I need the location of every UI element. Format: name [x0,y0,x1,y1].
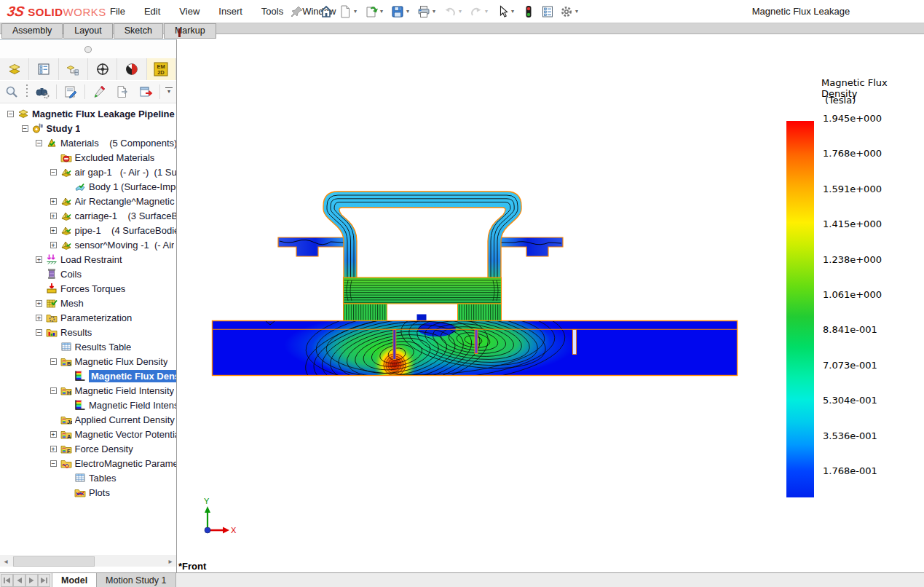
tree-item-26[interactable]: −Plots [0,485,176,500]
bottom-tab-model[interactable]: Model [52,573,97,587]
solidworks-logo: 3SSOLIDWORKS [7,4,106,19]
expander-plus-icon[interactable]: + [36,256,42,263]
tree-item-1[interactable]: −Study 1 [0,121,176,135]
tree-item-3[interactable]: −Excluded Materials [0,150,176,165]
tree-item-7[interactable]: +carriage-1 (3 SurfaceBo [0,208,176,223]
measure-pen-icon[interactable] [92,84,106,99]
menu-edit[interactable]: Edit [135,0,170,23]
panel-collapse-handle[interactable] [0,39,176,59]
tree-item-11[interactable]: −Coils [0,267,176,281]
pin-menu-icon[interactable] [290,4,304,19]
menu-insert[interactable]: Insert [209,0,252,23]
expander-minus-icon[interactable]: − [50,358,57,365]
save-icon[interactable]: ▾ [389,3,414,20]
expander-minus-icon[interactable]: − [50,387,57,394]
carriage-brackets [278,237,563,256]
feature-manager-icon[interactable] [0,58,29,80]
print-icon[interactable]: ▾ [415,3,440,20]
first-frame-icon[interactable] [1,574,13,587]
report-icon[interactable] [115,84,130,99]
tree-item-21[interactable]: −JaApplied Current Density [0,412,176,427]
tab-layout[interactable]: Layout [63,23,113,39]
expander-minus-icon[interactable]: − [22,125,28,132]
configuration-manager-icon[interactable] [59,58,88,80]
results-folder-icon [46,326,60,338]
open-icon[interactable]: ▾ [363,3,387,20]
ems-2d-icon[interactable]: EM2D [147,58,176,80]
options-icon[interactable]: ▾ [558,3,583,20]
expander-minus-icon[interactable]: − [7,111,14,117]
tree-item-6[interactable]: +Air Rectangle^Magnetic F [0,194,176,208]
tree-item-25[interactable]: −Tables [0,470,176,485]
tab-sketch[interactable]: Sketch [114,23,163,39]
tab-assembly[interactable]: Assembly [1,23,63,39]
last-frame-icon[interactable] [38,574,50,587]
tree-item-0[interactable]: −Magnetic Flux Leakage Pipeline Cr [0,106,176,121]
tree-item-24[interactable]: −ElectroMagnetic Paramete [0,456,176,470]
toolbar-overflow-icon[interactable]: ▾ [165,87,173,94]
menu-file[interactable]: File [100,0,135,23]
tree-item-13[interactable]: +Mesh [0,296,176,310]
expander-minus-icon[interactable]: − [50,460,57,467]
panel-horizontal-scrollbar[interactable]: ◂ ▸ [0,555,176,567]
tree-item-4[interactable]: −air gap-1 (- Air -) (1 Surf [0,165,176,179]
tree-item-14[interactable]: +Parameterization [0,310,176,325]
part-icon [60,166,75,178]
expander-minus-icon[interactable]: − [36,329,42,336]
scroll-right-icon[interactable]: ▸ [165,555,176,567]
display-manager-icon[interactable] [88,58,117,80]
tree-item-20[interactable]: −Magnetic Field Intensi [0,398,176,412]
search-icon[interactable] [4,84,19,99]
tab-markup[interactable]: Markup [164,23,216,39]
tree-item-12[interactable]: −Forces Torques [0,281,176,296]
tree-item-16[interactable]: −Results Table [0,339,176,354]
expander-plus-icon[interactable]: + [50,446,57,452]
tree-item-10[interactable]: +Load Restraint [0,252,176,267]
select-icon[interactable]: ▾ [494,3,518,20]
expander-plus-icon[interactable]: + [36,300,42,307]
tree-item-label: Magnetic Flux Density [75,356,168,367]
previous-frame-icon[interactable] [13,574,25,587]
menu-view[interactable]: View [170,0,209,23]
expander-plus-icon[interactable]: + [50,227,57,234]
rebuild-icon[interactable] [520,3,537,20]
menu-tools[interactable]: Tools [252,0,293,23]
home-icon[interactable] [317,3,335,20]
tree-item-17[interactable]: −BMagnetic Flux Density [0,354,176,369]
export-icon[interactable] [138,84,153,99]
tree-item-23[interactable]: +FForce Density [0,441,176,456]
tree-item-5[interactable]: −Body 1 (Surface-Impor [0,179,176,194]
toolbar-drag-handle[interactable] [25,84,28,99]
legend-value: 1.415e+000 [823,218,882,229]
redo-icon[interactable]: ▾ [467,3,492,20]
expander-plus-icon[interactable]: + [50,213,57,219]
undo-icon[interactable]: ▾ [441,3,466,20]
tree-item-19[interactable]: −HMagnetic Field Intensity [0,383,176,398]
expander-plus-icon[interactable]: + [50,431,57,438]
tree-item-2[interactable]: −Materials (5 Components) [0,135,176,150]
edit-study-icon[interactable] [63,84,78,99]
expander-minus-icon[interactable]: − [36,140,42,146]
new-document-icon[interactable]: ▾ [336,3,361,20]
expander-minus-icon[interactable]: − [50,169,57,176]
scrollbar-track[interactable] [12,555,165,567]
expander-plus-icon[interactable]: + [36,315,42,321]
tree-item-label: Force Density [75,444,133,454]
tree-item-18[interactable]: −Magnetic Flux Densi [0,369,176,383]
tree-item-9[interactable]: +sensor^Moving -1 (- Air [0,237,176,252]
property-manager-icon[interactable] [29,58,58,80]
manager-tab-strip: EM2D [0,58,176,80]
file-properties-icon[interactable] [539,3,556,20]
bottom-tab-motion-study-1[interactable]: Motion Study 1 [97,573,175,587]
appearance-manager-icon[interactable] [117,58,146,80]
svg-text:B: B [67,361,71,367]
expander-plus-icon[interactable]: + [50,242,57,248]
next-frame-icon[interactable] [25,574,38,587]
scroll-left-icon[interactable]: ◂ [0,555,12,567]
tree-item-8[interactable]: +pipe-1 (4 SurfaceBodie [0,223,176,237]
filter-icon[interactable] [35,84,50,99]
expander-plus-icon[interactable]: + [50,198,57,205]
scrollbar-thumb[interactable] [13,556,95,567]
tree-item-15[interactable]: −Results [0,325,176,339]
tree-item-22[interactable]: +AMagnetic Vector Potential [0,427,176,441]
